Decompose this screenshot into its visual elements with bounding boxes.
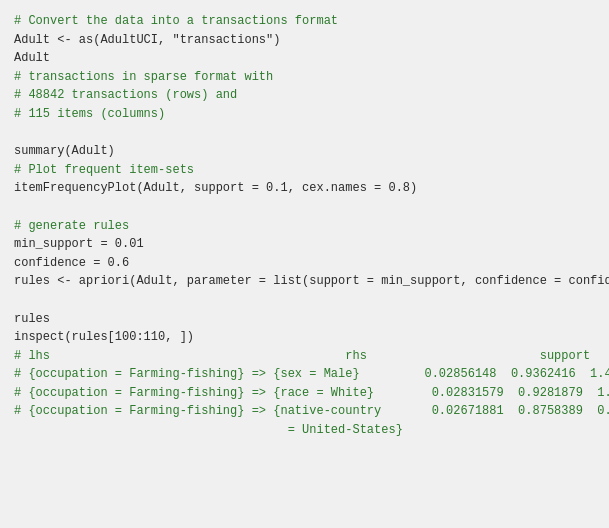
line-1: # Convert the data into a transactions f… — [14, 12, 595, 31]
table-header: # lhs rhs support confidence lift — [14, 347, 595, 366]
line-3: Adult — [14, 49, 595, 68]
line-11: min_support = 0.01 — [14, 235, 595, 254]
blank-1 — [14, 124, 595, 143]
code-editor: # Convert the data into a transactions f… — [0, 0, 609, 528]
line-8: # Plot frequent item-sets — [14, 161, 595, 180]
line-12: confidence = 0.6 — [14, 254, 595, 273]
line-7: summary(Adult) — [14, 142, 595, 161]
line-15: inspect(rules[100:110, ]) — [14, 328, 595, 347]
table-row-3: # {occupation = Farming-fishing} => {nat… — [14, 402, 595, 421]
blank-3 — [14, 291, 595, 310]
table-row-4: = United-States} — [14, 421, 595, 440]
line-6: # 115 items (columns) — [14, 105, 595, 124]
blank-2 — [14, 198, 595, 217]
line-10: # generate rules — [14, 217, 595, 236]
line-13: rules <- apriori(Adult, parameter = list… — [14, 272, 595, 291]
line-9: itemFrequencyPlot(Adult, support = 0.1, … — [14, 179, 595, 198]
line-5: # 48842 transactions (rows) and — [14, 86, 595, 105]
line-4: # transactions in sparse format with — [14, 68, 595, 87]
table-row-1: # {occupation = Farming-fishing} => {sex… — [14, 365, 595, 384]
table-row-2: # {occupation = Farming-fishing} => {rac… — [14, 384, 595, 403]
line-14: rules — [14, 310, 595, 329]
line-2: Adult <- as(AdultUCI, "transactions") — [14, 31, 595, 50]
